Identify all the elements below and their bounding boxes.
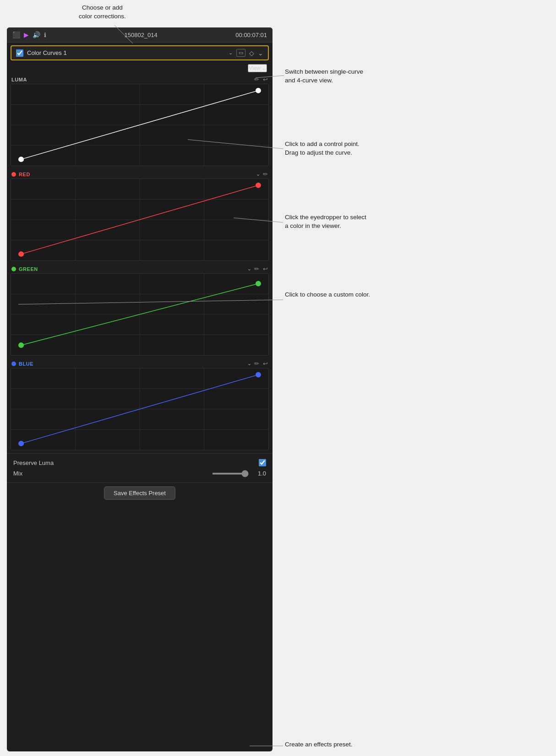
red-curve-svg [11,179,268,260]
blue-actions: ✏ ↩ [254,360,268,367]
red-label: RED [19,172,253,177]
diamond-icon[interactable]: ◇ [249,49,254,57]
svg-point-26 [256,281,261,286]
red-actions: ✏ [263,171,268,178]
svg-point-34 [18,441,24,446]
save-effects-preset-button[interactable]: Save Effects Preset [104,486,175,500]
green-channel-chevron-icon[interactable]: ⌄ [247,266,251,272]
preserve-luma-label: Preserve Luma [13,459,54,466]
green-section: GREEN ⌄ ✏ ↩ [7,264,273,358]
green-curve-svg [11,274,268,355]
save-button-row: Save Effects Preset [7,482,273,503]
mix-label: Mix [13,470,22,477]
svg-point-7 [18,157,24,162]
blue-channel-chevron-icon[interactable]: ⌄ [247,361,251,367]
mix-slider-container: 1.0 [22,470,266,477]
mix-row: Mix 1.0 [12,468,267,479]
effect-row: Color Curves 1 ⌄ ▭ ◇ ⌄ [11,45,269,60]
svg-point-8 [256,88,261,93]
blue-label: BLUE [19,361,245,367]
panel-inner: ⬛ ▶ 🔊 ℹ 150802_014 00:00:07:01 Color Cur… [7,27,273,751]
luma-curve-svg [11,84,268,166]
effect-more-chevron-icon[interactable]: ⌄ [258,49,263,57]
mix-value: 1.0 [252,470,266,477]
red-header: RED ⌄ ✏ [11,169,269,178]
blue-curve-svg [11,368,268,450]
bottom-controls: Preserve Luma Mix 1.0 [7,453,273,482]
main-container: ⬛ ▶ 🔊 ℹ 150802_014 00:00:07:01 Color Cur… [0,0,556,756]
red-section: RED ⌄ ✏ [7,169,273,264]
audio-icon[interactable]: 🔊 [33,31,40,38]
view-row: View ⌄ [7,63,273,74]
callout-effects-preset: Create an effects preset. [285,740,353,749]
effect-dropdown-chevron-icon[interactable]: ⌄ [229,50,233,56]
blue-dot [11,362,16,366]
red-channel-chevron-icon[interactable]: ⌄ [256,171,260,177]
luma-header: LUMA ✏ ↩ [11,74,269,84]
blue-section: BLUE ⌄ ✏ ↩ [7,358,273,453]
luma-label: LUMA [11,77,251,82]
info-icon[interactable]: ℹ [44,32,46,38]
green-header: GREEN ⌄ ✏ ↩ [11,264,269,273]
green-reset-icon[interactable]: ↩ [263,265,268,272]
callout-effects-preset-text: Create an effects preset. [285,741,353,748]
color-icon[interactable]: ▶ [24,31,29,38]
green-label: GREEN [19,266,245,272]
callout-choose-color: Choose or addcolor corrections. [79,4,126,21]
view-button[interactable]: View ⌄ [248,64,267,72]
effect-name: Color Curves 1 [27,49,225,56]
green-dot [11,267,16,271]
toolbar-icons: ⬛ ▶ 🔊 ℹ [12,31,46,38]
green-curve-canvas[interactable] [11,273,269,356]
callout-custom-color: Click to choose a custom color. [285,291,370,299]
red-dot [11,172,16,177]
callout-add-control-point-text: Click to add a control point.Drag to adj… [285,140,360,156]
film-icon[interactable]: ⬛ [12,31,20,38]
callout-choose-color-text: Choose or addcolor corrections. [79,4,126,20]
blue-header: BLUE ⌄ ✏ ↩ [11,358,269,368]
luma-actions: ✏ ↩ [254,76,268,83]
timecode: 00:00:07:01 [235,32,267,38]
svg-point-25 [18,342,24,348]
svg-point-35 [256,372,261,378]
luma-eyedropper-icon[interactable]: ✏ [254,76,259,83]
color-curves-panel: ⬛ ▶ 🔊 ℹ 150802_014 00:00:07:01 Color Cur… [7,27,273,751]
callout-custom-color-text: Click to choose a custom color. [285,291,370,298]
red-curve-canvas[interactable] [11,178,269,261]
preserve-luma-checkbox[interactable] [259,459,266,466]
clip-name: 150802_014 [51,32,231,38]
callout-add-control-point: Click to add a control point.Drag to adj… [285,140,360,157]
preserve-luma-row: Preserve Luma [12,457,267,468]
mix-slider[interactable] [212,473,249,475]
svg-point-16 [18,251,24,257]
callout-eyedropper-text: Click the eyedropper to selecta color in… [285,214,366,229]
luma-section: LUMA ✏ ↩ [7,74,273,169]
toolbar: ⬛ ▶ 🔊 ℹ 150802_014 00:00:07:01 [7,27,273,43]
effect-checkbox[interactable] [16,49,23,57]
blue-curve-canvas[interactable] [11,368,269,450]
luma-curve-canvas[interactable] [11,84,269,166]
green-actions: ✏ ↩ [254,265,268,272]
mask-icon[interactable]: ▭ [236,49,245,57]
blue-eyedropper-icon[interactable]: ✏ [254,360,259,367]
callout-eyedropper: Click the eyedropper to selecta color in… [285,213,366,231]
green-eyedropper-icon[interactable]: ✏ [254,265,259,272]
svg-point-17 [256,183,261,188]
red-eyedropper-icon[interactable]: ✏ [263,171,268,178]
view-label: View [249,65,261,71]
luma-reset-icon[interactable]: ↩ [263,76,268,83]
callout-single-curve-text: Switch between single-curveand 4-curve v… [285,68,363,84]
view-chevron-icon: ⌄ [262,65,266,71]
blue-reset-icon[interactable]: ↩ [263,360,268,367]
callout-single-curve: Switch between single-curveand 4-curve v… [285,68,363,85]
